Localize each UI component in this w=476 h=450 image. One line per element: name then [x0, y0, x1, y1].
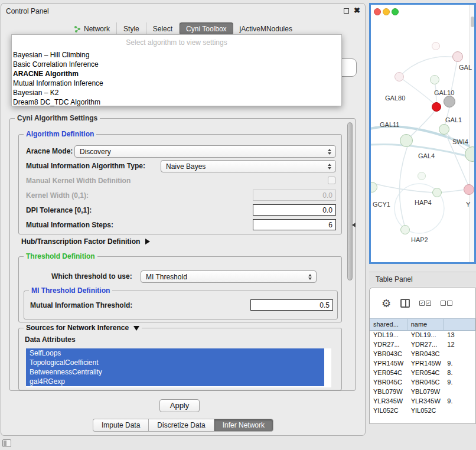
network-view-window[interactable]: GALGAL80GAL10GAL11GAL1SWI4GAL4GCY1HAP4YH…	[369, 3, 476, 264]
table-row[interactable]: YPR145WYPR145W9.	[370, 359, 475, 369]
control-panel-tab-bar: Network Style Select Cyni Toolbox jActiv…	[1, 22, 365, 35]
close-icon[interactable]: ✖	[354, 6, 360, 15]
mi-steps-input[interactable]	[253, 219, 336, 230]
tab-style[interactable]: Style	[117, 22, 146, 35]
which-threshold-select[interactable]: MI Threshold	[141, 270, 317, 283]
sources-group-title[interactable]: Sources for Network Inference	[24, 324, 142, 332]
which-threshold-label: Which threshold to use:	[51, 272, 132, 281]
table-cell: YDR27...	[407, 340, 444, 350]
dropdown-item[interactable]: Basic Correlation Inference	[12, 60, 341, 69]
dropdown-item[interactable]: Bayesian – K2	[12, 88, 341, 97]
group-title: Threshold Definition	[24, 252, 97, 260]
dropdown-placeholder: Select algorithm to view settings	[12, 35, 341, 50]
manual-kernel-checkbox[interactable]	[328, 177, 335, 184]
apply-button[interactable]: Apply	[159, 399, 200, 412]
network-node[interactable]	[432, 102, 441, 112]
select-all-icon[interactable]: ✓ ✓	[419, 301, 431, 306]
window-minimize-icon[interactable]	[383, 8, 390, 15]
mi-steps-label: Mutual Information Steps:	[26, 221, 113, 229]
table-cell: 9.	[444, 359, 475, 369]
dropdown-item[interactable]: Bayesian – Hill Climbing	[12, 50, 341, 60]
table-toolbar: ⚙ ✓ ✓	[370, 288, 475, 318]
tab-discretize-data[interactable]: Discretize Data	[148, 419, 213, 432]
settings-scrollbar[interactable]	[347, 122, 353, 387]
minimized-panel-icon[interactable]	[2, 439, 11, 447]
column-header[interactable]: name	[407, 319, 444, 330]
list-item[interactable]: TopologicalCoefficient	[26, 358, 324, 367]
window-close-icon[interactable]	[374, 8, 381, 15]
window-zoom-icon[interactable]	[392, 8, 399, 15]
table-header-row[interactable]: shared... name	[370, 318, 475, 331]
panel-title: Control Panel	[6, 7, 49, 15]
tab-label: Cyni Toolbox	[186, 25, 226, 33]
columns-icon[interactable]	[400, 299, 410, 308]
network-scrollbar[interactable]	[470, 5, 474, 262]
table-cell: YBL079W	[370, 387, 407, 397]
network-node[interactable]	[465, 146, 476, 162]
unchecked-box-icon	[447, 301, 452, 306]
tab-network[interactable]: Network	[67, 22, 117, 35]
column-header[interactable]: shared...	[370, 319, 407, 330]
network-node[interactable]	[439, 124, 449, 135]
table-cell: YER054C	[407, 369, 444, 378]
network-node[interactable]	[400, 225, 410, 234]
table-row[interactable]: YDL19...YDL19...13	[370, 331, 475, 340]
table-row[interactable]: YDR27...YDR27...12	[370, 340, 475, 350]
network-node-label: HAP4	[415, 199, 432, 206]
scrollbar-thumb[interactable]	[471, 17, 474, 27]
threshold-definition-group: Threshold Definition Which threshold to …	[18, 256, 342, 322]
list-item[interactable]: SelfLoops	[26, 348, 324, 358]
mi-type-select[interactable]: Naive Bayes	[161, 160, 336, 172]
network-canvas[interactable]: GALGAL80GAL10GAL11GAL1SWI4GAL4GCY1HAP4YH…	[371, 5, 474, 262]
network-node[interactable]	[430, 75, 439, 84]
kernel-width-input[interactable]	[253, 190, 336, 201]
control-panel-titlebar[interactable]: Control Panel ✖	[1, 4, 365, 19]
algorithm-definition-group: Algorithm Definition Aracne Mode: Discov…	[18, 134, 342, 234]
network-node[interactable]	[418, 172, 426, 180]
network-node[interactable]	[432, 188, 442, 197]
hub-definition-toggle[interactable]: Hub/Transcription Factor Definition	[21, 237, 150, 246]
dpi-tolerance-input[interactable]	[253, 204, 336, 216]
manual-kernel-label: Manual Kernel Width Definition	[26, 177, 131, 185]
table-panel-titlebar[interactable]: Table Panel	[369, 272, 476, 286]
network-node[interactable]	[432, 42, 440, 50]
sources-group: Sources for Network Inference Data Attri…	[18, 328, 342, 390]
gear-icon[interactable]: ⚙	[382, 298, 391, 309]
dropdown-item[interactable]: Mutual Information Inference	[12, 79, 341, 88]
table-panel-title: Table Panel	[376, 275, 413, 283]
tab-infer-network[interactable]: Infer Network	[214, 419, 273, 432]
deselect-all-icon[interactable]	[441, 301, 452, 306]
table-cell: YPR145W	[407, 359, 444, 369]
aracne-mode-select[interactable]: Discovery	[74, 145, 336, 158]
cyni-algorithm-settings-group: Cyni Algorithm Settings Algorithm Defini…	[9, 118, 356, 391]
mi-threshold-input[interactable]	[250, 299, 333, 311]
network-node[interactable]	[395, 72, 404, 81]
list-item[interactable]: gal4RGexp	[26, 377, 324, 386]
column-header[interactable]	[444, 319, 475, 330]
table-row[interactable]: YBR043CYBR043C	[370, 350, 475, 359]
tab-cyni-toolbox[interactable]: Cyni Toolbox	[180, 22, 233, 35]
table-row[interactable]: YLR345WYLR345W9.	[370, 397, 475, 406]
tab-impute-data[interactable]: Impute Data	[93, 419, 148, 432]
algorithm-dropdown: Select algorithm to view settings Bayesi…	[11, 34, 342, 106]
dropdown-item[interactable]: Dream8 DC_TDC Algorithm	[12, 97, 341, 107]
list-item[interactable]: BetweennessCentrality	[26, 367, 324, 377]
tab-label: jActiveMNodules	[240, 25, 292, 33]
collapse-down-icon	[133, 326, 139, 331]
network-node[interactable]	[400, 134, 413, 147]
table-row[interactable]: YBL079WYBL079W	[370, 387, 475, 397]
float-window-icon[interactable]	[344, 8, 349, 14]
table-row[interactable]: YBR045CYBR045C9.	[370, 378, 475, 387]
data-attributes-list[interactable]: SelfLoops TopologicalCoefficient Between…	[26, 348, 331, 387]
network-node[interactable]	[464, 184, 474, 195]
dropdown-item-selected[interactable]: ARACNE Algorithm	[12, 69, 341, 79]
table-cell: 9.	[444, 378, 475, 387]
table-row[interactable]: YIL052CYIL052C	[370, 406, 475, 416]
network-node[interactable]	[452, 51, 463, 62]
tab-select[interactable]: Select	[146, 22, 180, 35]
tab-jactivemnodules[interactable]: jActiveMNodules	[233, 22, 299, 35]
scrollbar-thumb[interactable]	[347, 122, 353, 281]
table-row[interactable]: YER054CYER054C8.	[370, 369, 475, 378]
network-node[interactable]	[444, 96, 455, 107]
panel-collapse-arrow-icon[interactable]	[352, 223, 356, 227]
